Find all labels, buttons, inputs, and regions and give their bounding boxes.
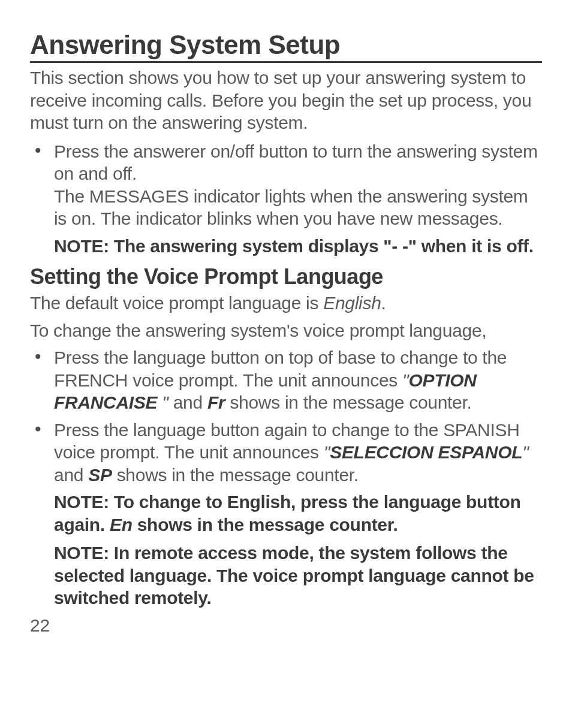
text-fragment: shows in the message counter. xyxy=(133,515,398,534)
note-text: NOTE: In remote access mode, the system … xyxy=(30,542,542,609)
bullet-list-2: Press the language button on top of base… xyxy=(30,346,542,486)
emphasis-text: SELECCION ESPANOL xyxy=(330,442,522,462)
bullet-subtext: The MESSAGES indicator lights when the a… xyxy=(54,185,542,230)
section-heading: Setting the Voice Prompt Language xyxy=(30,264,542,289)
change-instruction-text: To change the answering system's voice p… xyxy=(30,319,542,342)
note-text: NOTE: The answering system displays "- -… xyxy=(30,235,542,258)
bullet-text: Press the language button again to chang… xyxy=(54,419,542,487)
bullet-list-1: Press the answerer on/off button to turn… xyxy=(30,140,542,230)
page-number: 22 xyxy=(30,615,542,636)
text-fragment: shows in the message counter. xyxy=(112,465,359,485)
quote-mark: " xyxy=(162,392,173,412)
emphasis-text: SP xyxy=(88,465,112,485)
text-fragment: The default voice prompt language is xyxy=(30,293,323,313)
emphasis-text: English xyxy=(323,293,381,313)
note-text: NOTE: To change to English, press the la… xyxy=(30,491,542,536)
page-title: Answering System Setup xyxy=(30,30,542,63)
list-item: Press the language button on top of base… xyxy=(30,346,542,414)
emphasis-text: En xyxy=(110,515,133,534)
bullet-text: Press the language button on top of base… xyxy=(54,346,542,414)
quote-mark: " xyxy=(522,442,528,462)
default-language-text: The default voice prompt language is Eng… xyxy=(30,292,542,315)
text-fragment: and xyxy=(173,392,207,412)
quote-mark: " xyxy=(402,370,408,390)
list-item: Press the language button again to chang… xyxy=(30,419,542,487)
intro-paragraph: This section shows you how to set up you… xyxy=(30,67,542,134)
list-item: Press the answerer on/off button to turn… xyxy=(30,140,542,230)
text-fragment: . xyxy=(381,293,386,313)
text-fragment: shows in the message counter. xyxy=(225,392,471,412)
bullet-text: Press the answerer on/off button to turn… xyxy=(54,140,542,185)
emphasis-text: Fr xyxy=(207,392,225,412)
quote-mark: " xyxy=(324,442,330,462)
text-fragment: and xyxy=(54,465,88,485)
